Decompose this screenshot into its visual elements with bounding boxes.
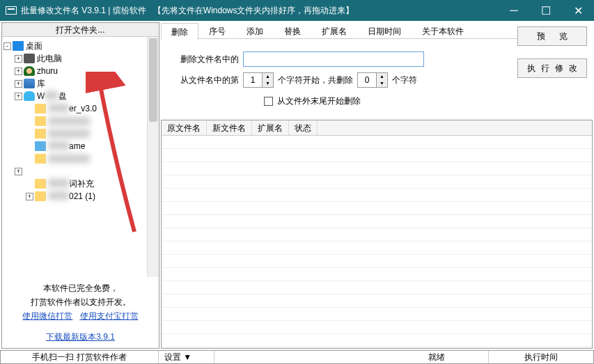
- close-button[interactable]: ✕: [562, 0, 594, 21]
- pc-icon: [24, 54, 35, 63]
- maximize-button[interactable]: ☐: [530, 0, 562, 21]
- delete-text-label: 删除文件名中的: [180, 54, 239, 65]
- start-char-spinner[interactable]: ▲▼: [243, 72, 274, 88]
- tree-label: 桌面: [26, 40, 42, 52]
- tree-node[interactable]: ame: [3, 140, 157, 152]
- expand-icon[interactable]: +: [15, 80, 22, 88]
- tree-label: 此电脑: [37, 53, 62, 65]
- table-row[interactable]: [162, 215, 592, 228]
- delete-text-input[interactable]: [243, 52, 424, 67]
- tree-node[interactable]: 词补充: [3, 177, 157, 190]
- column-header[interactable]: 新文件名: [207, 120, 252, 135]
- preview-button[interactable]: 预 览: [517, 26, 587, 46]
- tab-2[interactable]: 添加: [236, 22, 274, 39]
- window-title: 批量修改文件名 V3.9.1 | 缤纷软件 【先将文件在Windows文件夹内排…: [21, 5, 498, 17]
- tree-scrollbar[interactable]: [147, 37, 159, 277]
- alipay-donate-link[interactable]: 使用支付宝打赏: [80, 311, 139, 321]
- tree-node[interactable]: +W 盘: [3, 90, 157, 102]
- table-row[interactable]: [162, 242, 592, 255]
- table-row[interactable]: [162, 189, 592, 202]
- tab-4[interactable]: 扩展名: [311, 22, 357, 39]
- expand-icon[interactable]: +: [15, 93, 22, 100]
- folder-icon: [35, 191, 46, 201]
- open-folder-header[interactable]: 打开文件夹...: [2, 23, 159, 37]
- tab-0[interactable]: 删除: [161, 23, 198, 40]
- tree-node[interactable]: + 021 (1): [3, 190, 157, 203]
- table-row[interactable]: [162, 334, 592, 347]
- table-row[interactable]: [162, 281, 592, 294]
- tab-3[interactable]: 替换: [274, 22, 311, 39]
- from-char-label-b: 个字符开始，共删除: [278, 74, 353, 86]
- tree-node[interactable]: er_v3.0: [3, 102, 157, 115]
- settings-dropdown[interactable]: 设置 ▼: [159, 351, 214, 363]
- tab-6[interactable]: 关于本软件: [412, 22, 474, 39]
- expand-icon[interactable]: +: [15, 168, 22, 175]
- folder-icon: [35, 179, 46, 189]
- promo-text-2: 打赏软件作者以支持开发。: [6, 295, 155, 309]
- table-row[interactable]: [162, 162, 592, 175]
- user-icon: [24, 66, 35, 76]
- delete-form: 删除文件名中的 从文件名中的第 ▲▼ 个字符开始，共删除 ▲▼ 个字符 从文件外…: [161, 39, 517, 117]
- from-char-label-c: 个字符: [392, 74, 417, 86]
- from-end-checkbox[interactable]: [264, 97, 273, 106]
- lib-icon: [24, 79, 35, 88]
- tree-label: W 盘: [37, 90, 67, 102]
- from-char-label-a: 从文件名中的第: [180, 74, 239, 86]
- tree-node[interactable]: +zhuru: [3, 65, 157, 77]
- titlebar: 批量修改文件名 V3.9.1 | 缤纷软件 【先将文件在Windows文件夹内排…: [0, 0, 594, 21]
- expand-icon[interactable]: -: [3, 42, 11, 50]
- count-char-spinner[interactable]: ▲▼: [357, 72, 388, 88]
- tree-node[interactable]: +此电脑: [3, 52, 157, 65]
- table-row[interactable]: [162, 175, 592, 189]
- blue-icon: [35, 141, 46, 151]
- tree-node[interactable]: -桌面: [3, 40, 157, 52]
- tree-label: 词补充: [48, 178, 94, 190]
- column-header[interactable]: 扩展名: [252, 120, 289, 135]
- table-row[interactable]: [162, 202, 592, 215]
- table-row[interactable]: [162, 268, 592, 281]
- table-row[interactable]: [162, 149, 592, 162]
- tree-label: 库: [37, 78, 45, 90]
- table-row[interactable]: [162, 321, 592, 334]
- promo-text-1: 本软件已完全免费，: [6, 281, 155, 295]
- folder-tree[interactable]: -桌面+此电脑+zhuru+库+W 盘 er_v3.0 ame + 词补充+ 0…: [2, 37, 159, 277]
- tree-node[interactable]: +: [3, 165, 157, 177]
- tree-label: 021 (1): [48, 191, 95, 201]
- folder-icon: [35, 104, 46, 113]
- tree-node[interactable]: [3, 127, 157, 140]
- tab-5[interactable]: 日期时间: [357, 22, 412, 39]
- file-table[interactable]: 原文件名新文件名扩展名状态: [161, 120, 593, 349]
- minimize-button[interactable]: ─: [498, 0, 530, 21]
- status-scan-tip: 手机扫一扫 打赏软件作者: [1, 351, 159, 363]
- apply-button[interactable]: 执行修改: [517, 58, 587, 78]
- app-icon: [6, 6, 17, 15]
- wechat-donate-link[interactable]: 使用微信打赏: [22, 311, 72, 321]
- status-ready: 就绪: [384, 351, 489, 363]
- folder-icon: [35, 116, 46, 126]
- cloud-icon: [24, 91, 35, 101]
- tab-1[interactable]: 序号: [198, 22, 236, 39]
- expand-icon[interactable]: +: [15, 55, 22, 63]
- tree-label: [48, 117, 90, 125]
- tree-label: [48, 129, 90, 138]
- desktop-icon: [13, 41, 24, 51]
- table-row[interactable]: [162, 255, 592, 268]
- status-bar: 手机扫一扫 打赏软件作者 设置 ▼ 就绪 执行时间: [0, 350, 594, 364]
- expand-icon[interactable]: +: [15, 68, 22, 75]
- table-row[interactable]: [162, 136, 592, 149]
- download-link[interactable]: 下载最新版本3.9.1: [46, 332, 115, 342]
- promo-area: 本软件已完全免费， 打赏软件作者以支持开发。 使用微信打赏 使用支付宝打赏 下载…: [2, 277, 159, 348]
- table-row[interactable]: [162, 228, 592, 242]
- table-row[interactable]: [162, 294, 592, 308]
- table-row[interactable]: [162, 308, 592, 321]
- tab-bar: 删除序号添加替换扩展名日期时间关于本软件: [161, 22, 517, 39]
- right-panel: 删除序号添加替换扩展名日期时间关于本软件 删除文件名中的 从文件名中的第 ▲▼ …: [161, 22, 593, 349]
- folder-icon: [35, 154, 46, 164]
- tree-node[interactable]: +库: [3, 77, 157, 90]
- expand-icon[interactable]: +: [26, 193, 33, 200]
- tree-node[interactable]: [3, 115, 157, 127]
- column-header[interactable]: 状态: [289, 120, 318, 135]
- tree-label: zhuru: [37, 66, 58, 76]
- tree-node[interactable]: [3, 152, 157, 165]
- column-header[interactable]: 原文件名: [162, 120, 207, 135]
